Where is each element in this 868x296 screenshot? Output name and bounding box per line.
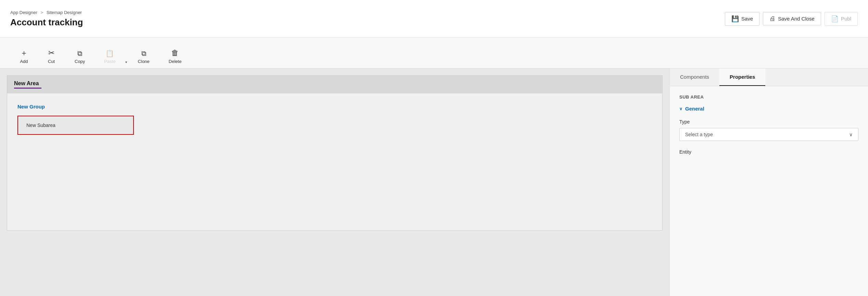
add-button[interactable]: ＋ Add bbox=[10, 47, 38, 68]
group-title-label: General bbox=[685, 106, 704, 112]
paste-chevron-icon: ▾ bbox=[125, 60, 127, 64]
right-panel: Components Properties SUB AREA ∨ General… bbox=[669, 68, 868, 296]
paste-button[interactable]: 📋 Paste bbox=[95, 47, 125, 68]
publish-label: Publ bbox=[841, 16, 851, 22]
cut-button[interactable]: ✂ Cut bbox=[38, 47, 65, 68]
entity-field-label: Entity bbox=[679, 149, 858, 155]
copy-icon: ⧉ bbox=[77, 50, 82, 57]
paste-dropdown-arrow[interactable]: ▾ bbox=[125, 48, 128, 68]
group-title[interactable]: New Group bbox=[17, 104, 652, 110]
save-close-icon: 🖨 bbox=[769, 15, 776, 22]
breadcrumb-part2[interactable]: Sitemap Designer bbox=[47, 10, 82, 15]
area-title: New Area bbox=[14, 80, 41, 87]
panel-section-title: SUB AREA bbox=[679, 94, 858, 100]
subarea-label: New Subarea bbox=[26, 123, 55, 128]
delete-label: Delete bbox=[169, 59, 182, 64]
breadcrumb-separator: > bbox=[40, 10, 43, 15]
area-header-inner: New Area bbox=[14, 80, 41, 89]
type-field-label: Type bbox=[679, 119, 858, 125]
tab-components[interactable]: Components bbox=[670, 68, 719, 86]
area-block: New Area New Group New Subarea bbox=[7, 75, 663, 231]
subarea-box[interactable]: New Subarea bbox=[17, 116, 134, 135]
publish-button[interactable]: 📄 Publ bbox=[825, 12, 858, 26]
header: App Designer > Sitemap Designer Account … bbox=[0, 0, 868, 38]
paste-label: Paste bbox=[104, 59, 115, 64]
breadcrumb: App Designer > Sitemap Designer bbox=[10, 10, 83, 15]
save-and-close-label: Save And Close bbox=[778, 16, 815, 22]
copy-button[interactable]: ⧉ Copy bbox=[65, 47, 95, 68]
save-button[interactable]: 💾 Save bbox=[725, 12, 759, 26]
area-content: New Group New Subarea bbox=[7, 93, 662, 230]
type-select[interactable]: Select a type ∨ bbox=[679, 128, 858, 141]
save-icon: 💾 bbox=[731, 15, 739, 23]
save-label: Save bbox=[741, 16, 753, 22]
cut-label: Cut bbox=[48, 59, 55, 64]
area-title-underline bbox=[14, 88, 41, 89]
header-buttons: 💾 Save 🖨 Save And Close 📄 Publ bbox=[725, 12, 858, 26]
chevron-icon: ∨ bbox=[679, 106, 682, 111]
main-content: New Area New Group New Subarea Component… bbox=[0, 68, 868, 296]
save-and-close-button[interactable]: 🖨 Save And Close bbox=[763, 12, 821, 25]
page-title: Account tracking bbox=[10, 17, 83, 28]
paste-icon: 📋 bbox=[105, 50, 114, 57]
copy-label: Copy bbox=[75, 59, 85, 64]
type-select-value: Select a type bbox=[685, 132, 713, 137]
clone-button[interactable]: ⧉ Clone bbox=[128, 47, 159, 68]
panel-body: SUB AREA ∨ General Type Select a type ∨ … bbox=[670, 86, 868, 163]
select-chevron-icon: ∨ bbox=[849, 132, 853, 137]
add-label: Add bbox=[20, 59, 28, 64]
area-header[interactable]: New Area bbox=[7, 76, 662, 93]
toolbar: ＋ Add ✂ Cut ⧉ Copy 📋 Paste ▾ ⧉ Clone 🗑 D… bbox=[0, 38, 868, 68]
add-icon: ＋ bbox=[20, 49, 28, 57]
canvas: New Area New Group New Subarea bbox=[0, 68, 669, 296]
breadcrumb-part1[interactable]: App Designer bbox=[10, 10, 37, 15]
panel-group-title[interactable]: ∨ General bbox=[679, 106, 858, 112]
clone-icon: ⧉ bbox=[141, 50, 146, 57]
panel-tabs: Components Properties bbox=[670, 68, 868, 86]
header-left: App Designer > Sitemap Designer Account … bbox=[10, 10, 83, 28]
delete-button[interactable]: 🗑 Delete bbox=[159, 47, 191, 68]
cut-icon: ✂ bbox=[48, 49, 54, 57]
delete-icon: 🗑 bbox=[171, 49, 179, 57]
clone-label: Clone bbox=[138, 59, 150, 64]
tab-properties[interactable]: Properties bbox=[719, 68, 765, 86]
publish-icon: 📄 bbox=[831, 15, 839, 23]
